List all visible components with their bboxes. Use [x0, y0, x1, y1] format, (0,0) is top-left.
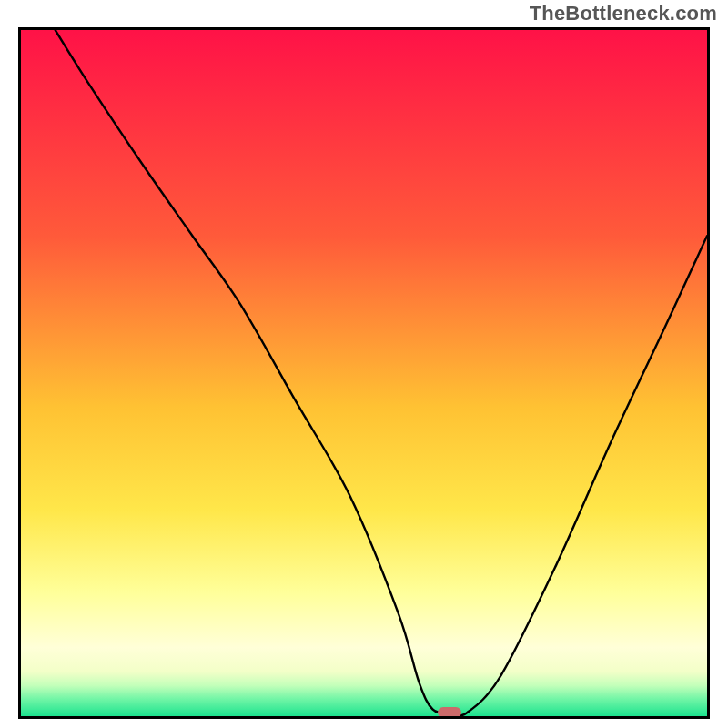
attribution-text: TheBottleneck.com [530, 2, 717, 25]
optimal-point-marker [438, 707, 461, 718]
chart-container: TheBottleneck.com [0, 0, 728, 728]
plot-frame [18, 27, 710, 719]
gradient-background [21, 30, 707, 716]
plot-svg [21, 30, 707, 716]
